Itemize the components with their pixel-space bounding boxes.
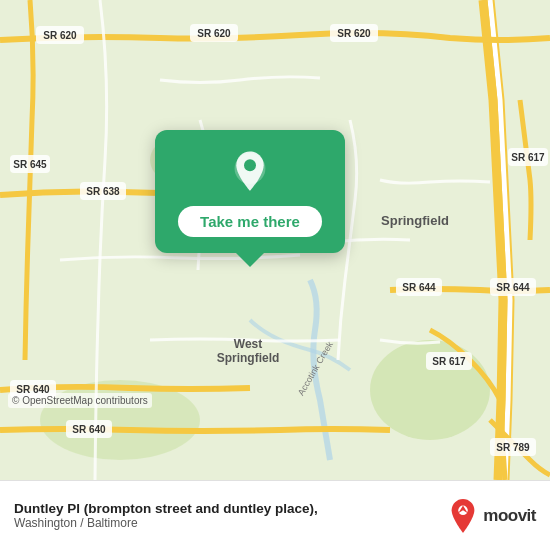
svg-text:SR 789: SR 789 (496, 442, 530, 453)
svg-point-2 (40, 380, 200, 460)
location-pin-icon (226, 148, 274, 196)
moovit-logo: moovit (449, 498, 536, 534)
map-card: Take me there (155, 130, 345, 253)
osm-credit-text: © OpenStreetMap contributors (12, 395, 148, 406)
osm-credit: © OpenStreetMap contributors (8, 393, 152, 408)
svg-point-33 (244, 159, 256, 171)
map-container: SR 620 SR 620 SR 620 SR 645 SR 638 SR 61… (0, 0, 550, 480)
svg-text:SR 620: SR 620 (197, 28, 231, 39)
svg-text:SR 620: SR 620 (43, 30, 77, 41)
svg-text:SR 645: SR 645 (13, 159, 47, 170)
svg-text:SR 644: SR 644 (402, 282, 436, 293)
bottom-text: Duntley Pl (brompton street and duntley … (14, 501, 449, 530)
svg-text:SR 638: SR 638 (86, 186, 120, 197)
moovit-logo-text: moovit (483, 506, 536, 526)
bottom-bar: Duntley Pl (brompton street and duntley … (0, 480, 550, 550)
svg-text:SR 644: SR 644 (496, 282, 530, 293)
svg-text:SR 620: SR 620 (337, 28, 371, 39)
moovit-pin-icon (449, 498, 477, 534)
svg-text:Springfield: Springfield (217, 351, 280, 365)
svg-text:SR 617: SR 617 (511, 152, 545, 163)
location-title: Duntley Pl (brompton street and duntley … (14, 501, 449, 516)
svg-text:West: West (234, 337, 262, 351)
svg-text:SR 640: SR 640 (72, 424, 106, 435)
svg-text:SR 617: SR 617 (432, 356, 466, 367)
take-me-there-button[interactable]: Take me there (178, 206, 322, 237)
svg-text:Springfield: Springfield (381, 213, 449, 228)
location-subtitle: Washington / Baltimore (14, 516, 449, 530)
